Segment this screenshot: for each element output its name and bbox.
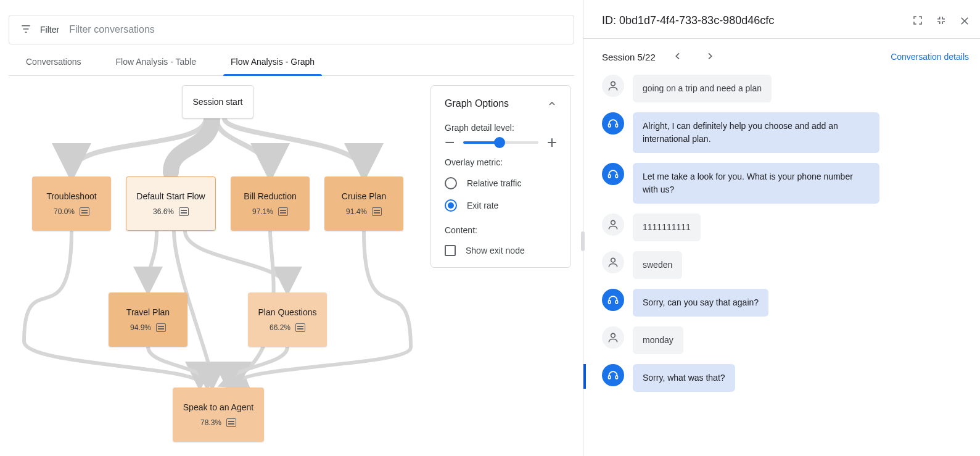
radio-label: Relative traffic xyxy=(467,178,521,188)
list-icon[interactable] xyxy=(179,207,189,216)
bot-avatar-icon xyxy=(602,112,624,135)
detail-subheader: Session 5/22 Conversation details xyxy=(583,39,980,75)
node-label: Cruise Plan xyxy=(342,191,386,201)
close-icon[interactable] xyxy=(959,15,970,26)
svg-rect-13 xyxy=(616,301,617,304)
list-icon[interactable] xyxy=(80,207,89,216)
message-bubble: monday xyxy=(633,326,683,354)
svg-rect-12 xyxy=(609,301,611,304)
node-cruise-plan[interactable]: Cruise Plan 91.4% xyxy=(324,176,403,231)
svg-rect-8 xyxy=(609,175,611,178)
tab-flow-table[interactable]: Flow Analysis - Table xyxy=(116,57,196,75)
detail-header: ID: 0bd1d7-4f4-733-83c-980d46cfc xyxy=(583,0,980,30)
node-session-start[interactable]: Session start xyxy=(182,85,253,118)
list-icon[interactable] xyxy=(156,323,166,332)
user-avatar-icon xyxy=(602,326,624,349)
node-metric: 91.4% xyxy=(346,207,382,216)
svg-rect-6 xyxy=(609,124,611,127)
checkbox-icon xyxy=(445,245,456,256)
flow-graph[interactable]: Session start Troubleshoot 70.0% Default… xyxy=(9,76,574,446)
metric-value: 94.9% xyxy=(130,323,151,332)
radio-icon xyxy=(445,177,457,189)
metric-value: 91.4% xyxy=(346,207,367,216)
fullscreen-icon[interactable] xyxy=(912,15,923,26)
message-bubble: Alright, I can definitely help you choos… xyxy=(633,112,879,153)
radio-label: Exit rate xyxy=(467,201,498,210)
session-counter: Session 5/22 xyxy=(602,52,656,62)
metric-value: 97.1% xyxy=(252,207,273,216)
list-icon[interactable] xyxy=(295,323,305,332)
slider-thumb[interactable] xyxy=(494,137,505,148)
chat-transcript: going on a trip and need a plan Alright,… xyxy=(583,75,980,392)
main-pane: Filter Conversations Flow Analysis - Tab… xyxy=(0,0,583,456)
collapse-icon[interactable] xyxy=(936,15,947,26)
filter-lead: Filter xyxy=(19,23,59,36)
detail-label: Graph detail level: xyxy=(445,123,557,133)
node-label: Speak to an Agent xyxy=(183,402,253,412)
svg-rect-15 xyxy=(609,376,611,379)
checkbox-show-exit-node[interactable]: Show exit node xyxy=(445,245,557,256)
metric-value: 78.3% xyxy=(200,418,221,427)
checkbox-label: Show exit node xyxy=(466,246,525,255)
message-row: monday xyxy=(602,326,969,354)
svg-point-5 xyxy=(611,81,616,86)
options-title-text: Graph Options xyxy=(445,98,509,109)
filter-label: Filter xyxy=(40,25,59,35)
metric-value: 36.6% xyxy=(153,207,174,216)
node-label: Bill Reduction xyxy=(244,191,297,201)
node-metric: 78.3% xyxy=(200,418,236,427)
message-row-highlighted: Sorry, what was that? xyxy=(602,364,969,392)
node-metric: 36.6% xyxy=(153,207,189,216)
svg-point-14 xyxy=(611,333,616,338)
node-troubleshoot[interactable]: Troubleshoot 70.0% xyxy=(32,176,111,231)
bot-avatar-icon xyxy=(602,364,624,386)
message-row: Alright, I can definitely help you choos… xyxy=(602,112,969,153)
prev-session-button[interactable] xyxy=(673,49,683,65)
node-metric: 66.2% xyxy=(270,323,305,332)
node-speak-to-agent[interactable]: Speak to an Agent 78.3% xyxy=(173,388,264,442)
user-avatar-icon xyxy=(602,213,624,236)
graph-options-panel: Graph Options Graph detail level: − + Ov… xyxy=(430,85,571,268)
message-bubble: sweden xyxy=(633,251,682,279)
svg-point-10 xyxy=(611,220,616,225)
node-bill-reduction[interactable]: Bill Reduction 97.1% xyxy=(231,176,310,231)
svg-rect-16 xyxy=(616,376,617,379)
options-title: Graph Options xyxy=(445,98,557,109)
node-travel-plan[interactable]: Travel Plan 94.9% xyxy=(109,292,187,347)
list-icon[interactable] xyxy=(278,207,288,216)
svg-rect-7 xyxy=(616,124,617,127)
message-bubble: Sorry, what was that? xyxy=(633,364,735,392)
node-label: Travel Plan xyxy=(126,307,170,317)
message-bubble: Let me take a look for you. What is your… xyxy=(633,163,879,204)
node-plan-questions[interactable]: Plan Questions 66.2% xyxy=(248,292,327,347)
node-metric: 94.9% xyxy=(130,323,166,332)
message-row: sweden xyxy=(602,251,969,279)
tab-flow-graph[interactable]: Flow Analysis - Graph xyxy=(231,57,315,75)
chevron-up-icon[interactable] xyxy=(547,99,557,109)
list-icon[interactable] xyxy=(372,207,382,216)
filter-bar: Filter xyxy=(9,15,574,44)
conversation-details-link[interactable]: Conversation details xyxy=(891,52,969,62)
detail-slider-row: − + xyxy=(445,141,557,144)
detail-header-icons xyxy=(912,15,970,26)
filter-input[interactable] xyxy=(69,24,564,35)
highlight-indicator xyxy=(583,364,586,389)
list-icon[interactable] xyxy=(226,418,236,427)
tab-conversations[interactable]: Conversations xyxy=(26,57,81,75)
overlay-label: Overlay metric: xyxy=(445,157,557,167)
session-id: ID: 0bd1d7-4f4-733-83c-980d46cfc xyxy=(602,14,774,27)
message-row: going on a trip and need a plan xyxy=(602,75,969,102)
content-label: Content: xyxy=(445,225,557,235)
svg-rect-9 xyxy=(616,175,617,178)
detail-slider[interactable] xyxy=(463,141,538,144)
radio-exit-rate[interactable]: Exit rate xyxy=(445,199,557,212)
radio-relative-traffic[interactable]: Relative traffic xyxy=(445,177,557,189)
user-avatar-icon xyxy=(602,251,624,273)
message-row: Sorry, can you say that again? xyxy=(602,289,969,317)
bot-avatar-icon xyxy=(602,163,624,185)
next-session-button[interactable] xyxy=(705,49,715,65)
node-default-start-flow[interactable]: Default Start Flow 36.6% xyxy=(126,176,216,231)
message-bubble: going on a trip and need a plan xyxy=(633,75,772,102)
svg-point-11 xyxy=(611,258,616,262)
bot-avatar-icon xyxy=(602,289,624,311)
